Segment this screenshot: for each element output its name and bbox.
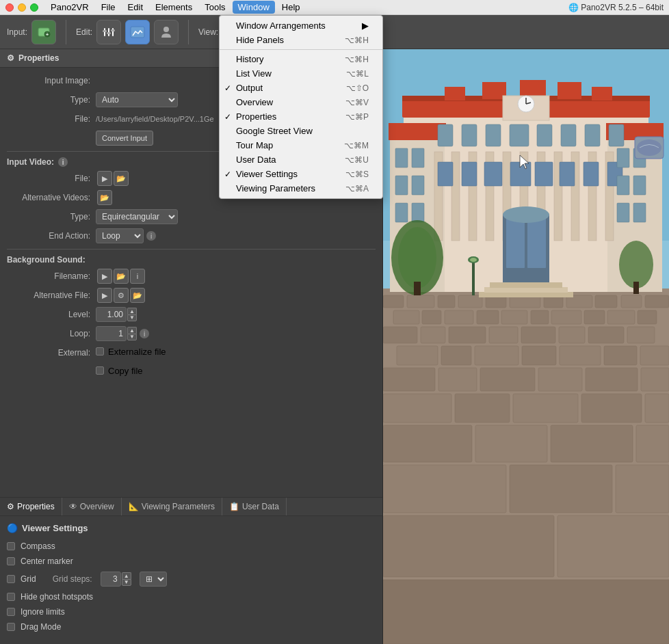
level-input[interactable]: 1.00 xyxy=(96,307,127,322)
menu-viewing-parameters[interactable]: Viewing Parameters ⌥⌘A xyxy=(220,181,382,196)
close-button[interactable] xyxy=(5,3,14,12)
tour-map-shortcut: ⌥⌘M xyxy=(324,141,369,150)
svg-point-10 xyxy=(163,27,169,32)
svg-rect-116 xyxy=(510,124,529,146)
menu-history[interactable]: History ⌥⌘H xyxy=(220,52,382,66)
svg-rect-64 xyxy=(475,346,519,365)
menu-tour-map[interactable]: Tour Map ⌥⌘M xyxy=(220,138,382,152)
svg-rect-45 xyxy=(422,310,441,324)
grid-checkbox[interactable] xyxy=(7,575,15,583)
loop-stepper-btns: ▲ ▼ xyxy=(127,327,137,340)
type-select[interactable]: Auto xyxy=(96,92,178,107)
externalize-checkbox[interactable] xyxy=(96,347,104,355)
svg-rect-44 xyxy=(393,310,419,324)
level-stepper-down[interactable]: ▼ xyxy=(127,314,137,321)
svg-rect-41 xyxy=(595,295,617,308)
menubar-elements[interactable]: Elements xyxy=(150,1,198,14)
level-stepper-up[interactable]: ▲ xyxy=(127,308,137,314)
compass-label: Compass xyxy=(21,541,55,551)
grid-steps-up[interactable]: ▲ xyxy=(122,572,131,579)
maximize-button[interactable] xyxy=(30,3,38,12)
loop-stepper-up[interactable]: ▲ xyxy=(127,327,137,334)
svg-rect-89 xyxy=(383,580,669,644)
svg-rect-140 xyxy=(412,176,424,195)
input-video-info-icon[interactable]: i xyxy=(58,157,68,167)
svg-rect-57 xyxy=(489,327,518,343)
svg-rect-85 xyxy=(510,465,612,513)
svg-rect-56 xyxy=(449,327,486,343)
minimize-button[interactable] xyxy=(18,3,26,12)
menubar-edit[interactable]: Edit xyxy=(122,1,148,14)
center-marker-checkbox[interactable] xyxy=(7,557,15,565)
tab-overview-label: Overview xyxy=(80,502,114,511)
grid-row: Grid Grid steps: ▲ ▼ ⊞ xyxy=(7,572,376,587)
end-action-info-icon[interactable]: i xyxy=(146,231,156,241)
filename-play-btn[interactable]: ▶ xyxy=(97,269,112,284)
menu-viewer-settings[interactable]: ✓ Viewer Settings ⌥⌘S xyxy=(220,167,382,181)
tab-user-data[interactable]: 📋 User Data xyxy=(222,498,287,515)
menubar-window[interactable]: Window xyxy=(233,1,275,14)
video-file-icon-btn[interactable]: ▶ xyxy=(97,171,112,186)
menu-user-data[interactable]: User Data ⌥⌘U xyxy=(220,152,382,167)
toolbar-edit-view-btn[interactable] xyxy=(125,20,150,44)
input-image-label: Input Image: xyxy=(7,76,96,85)
toolbar-add-input-btn[interactable]: + xyxy=(31,20,56,44)
grid-steps-down[interactable]: ▼ xyxy=(122,579,131,586)
menu-gsv-label: Google Street View xyxy=(236,126,313,136)
end-action-select[interactable]: Loop xyxy=(96,228,144,243)
alt-file-play-btn[interactable]: ▶ xyxy=(97,288,112,303)
svg-rect-48 xyxy=(501,310,527,324)
toolbar-input-label: Input: xyxy=(7,27,27,37)
toolbar-edit-sliders-btn[interactable] xyxy=(96,20,121,44)
drag-mode-checkbox[interactable] xyxy=(7,623,15,631)
menubar-file[interactable]: File xyxy=(96,1,121,14)
grid-type-select[interactable]: ⊞ xyxy=(140,572,167,587)
menu-history-label: History xyxy=(236,54,263,64)
tab-properties[interactable]: ⚙ Properties xyxy=(0,498,62,515)
svg-rect-72 xyxy=(538,368,582,391)
video-file-browse-btn[interactable]: 📂 xyxy=(114,171,129,186)
svg-rect-98 xyxy=(558,82,581,99)
type2-select[interactable]: Equirectangular xyxy=(96,209,178,224)
toolbar-edit-person-btn[interactable] xyxy=(154,20,179,44)
svg-rect-82 xyxy=(551,425,633,462)
svg-rect-70 xyxy=(438,368,477,391)
filename-browse-btn[interactable]: 📂 xyxy=(114,269,129,284)
compass-checkbox[interactable] xyxy=(7,542,15,550)
tab-viewing-parameters[interactable]: 📐 Viewing Parameters xyxy=(122,498,222,515)
hide-ghost-checkbox[interactable] xyxy=(7,593,15,601)
menu-list-view[interactable]: List View ⌥⌘L xyxy=(220,66,382,81)
alt-file-gear-btn[interactable]: ⚙ xyxy=(114,288,129,303)
ignore-limits-checkbox[interactable] xyxy=(7,608,15,616)
grid-steps-input[interactable] xyxy=(101,572,121,587)
loop-input[interactable]: 1 xyxy=(96,326,127,341)
svg-rect-117 xyxy=(537,124,552,146)
menubar-app-name[interactable]: Pano2VR xyxy=(45,1,94,14)
copy-checkbox[interactable] xyxy=(96,366,104,375)
menu-window-arrangements[interactable]: Window Arrangements ▶ xyxy=(220,18,382,33)
alt-videos-browse-btn[interactable]: 📂 xyxy=(97,190,112,205)
menubar-help[interactable]: Help xyxy=(276,1,306,14)
convert-input-btn[interactable]: Convert Input xyxy=(96,131,153,146)
loop-stepper-down[interactable]: ▼ xyxy=(127,334,137,340)
svg-rect-78 xyxy=(581,394,642,422)
tab-vp-label: Viewing Parameters xyxy=(142,502,215,511)
user-data-shortcut: ⌥⌘U xyxy=(324,155,369,165)
tab-overview[interactable]: 👁 Overview xyxy=(62,498,122,515)
toolbar-sep-1 xyxy=(66,20,66,44)
loop-info-icon[interactable]: i xyxy=(140,329,149,338)
menu-properties[interactable]: ✓ Properties ⌥⌘P xyxy=(220,109,382,124)
svg-point-158 xyxy=(619,241,653,289)
filename-info-btn[interactable]: i xyxy=(130,269,145,284)
file-path: /Users/larryfield/Desktop/P2V...1Ge xyxy=(96,115,214,123)
svg-rect-143 xyxy=(617,148,629,167)
alt-file-browse-btn[interactable]: 📂 xyxy=(130,288,145,303)
svg-rect-53 xyxy=(638,310,657,324)
menu-hide-panels[interactable]: Hide Panels ⌥⌘H xyxy=(220,33,382,47)
svg-rect-114 xyxy=(462,124,477,146)
menu-output[interactable]: ✓ Output ⌥⇧O xyxy=(220,81,382,95)
menubar-tools[interactable]: Tools xyxy=(199,1,231,14)
svg-rect-139 xyxy=(395,176,408,195)
menu-google-street-view[interactable]: Google Street View xyxy=(220,124,382,138)
menu-overview[interactable]: Overview ⌥⌘V xyxy=(220,95,382,109)
